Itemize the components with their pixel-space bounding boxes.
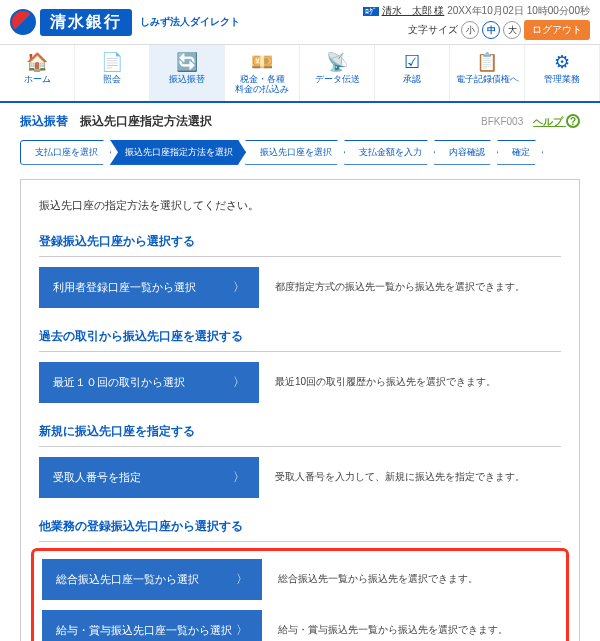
help-link[interactable]: ヘルプ ? bbox=[533, 114, 580, 129]
chevron-right-icon: 〉 bbox=[233, 279, 245, 296]
nav-item-3[interactable]: 💴税金・各種 料金の払込み bbox=[225, 45, 300, 101]
user-name-link[interactable]: 清水 太郎 様 bbox=[382, 5, 445, 16]
font-size-medium[interactable]: 中 bbox=[482, 21, 500, 39]
logout-button[interactable]: ログアウト bbox=[524, 20, 590, 40]
step-3: 支払金額を入力 bbox=[344, 140, 435, 165]
step-0: 支払口座を選択 bbox=[20, 140, 111, 165]
button-label: 給与・賞与振込先口座一覧から選択 bbox=[56, 623, 232, 638]
nav-label: 照会 bbox=[77, 75, 147, 85]
nav-item-7[interactable]: ⚙管理業務 bbox=[525, 45, 600, 101]
nav-icon: 📄 bbox=[77, 51, 147, 73]
nav-item-0[interactable]: 🏠ホーム bbox=[0, 45, 75, 101]
option-desc: 給与・賞与振込先一覧から振込先を選択できます。 bbox=[278, 610, 558, 641]
nav-icon: 💴 bbox=[227, 51, 297, 73]
nav-item-2[interactable]: 🔄振込振替 bbox=[150, 45, 225, 101]
screen-id: BFKF003 bbox=[481, 116, 523, 127]
service-subtitle: しみず法人ダイレクト bbox=[140, 15, 240, 29]
button-label: 最近１０回の取引から選択 bbox=[53, 375, 185, 390]
option-desc: 受取人番号を入力して、新規に振込先を指定できます。 bbox=[275, 457, 561, 498]
chevron-right-icon: 〉 bbox=[236, 622, 248, 639]
nav-label: ホーム bbox=[2, 75, 72, 85]
font-size-label: 文字サイズ bbox=[408, 23, 458, 37]
page-title: 振込先口座指定方法選択 bbox=[80, 113, 212, 130]
step-4: 内容確認 bbox=[434, 140, 498, 165]
nav-icon: 📋 bbox=[452, 51, 522, 73]
nav-icon: 🏠 bbox=[2, 51, 72, 73]
option-row: 給与・賞与振込先口座一覧から選択〉給与・賞与振込先一覧から振込先を選択できます。 bbox=[42, 610, 558, 641]
login-badge: ﾛｸﾞ bbox=[363, 7, 379, 16]
font-size-large[interactable]: 大 bbox=[503, 21, 521, 39]
option-button-2-0[interactable]: 受取人番号を指定〉 bbox=[39, 457, 259, 498]
nav-label: データ伝送 bbox=[302, 75, 372, 85]
step-indicator: 支払口座を選択振込先口座指定方法を選択振込先口座を選択支払金額を入力内容確認確定 bbox=[0, 140, 600, 179]
option-row: 利用者登録口座一覧から選択〉都度指定方式の振込先一覧から振込先を選択できます。 bbox=[39, 267, 561, 308]
chevron-right-icon: 〉 bbox=[236, 571, 248, 588]
timestamp: 20XX年10月02日 10時00分00秒 bbox=[447, 5, 590, 16]
button-label: 総合振込先口座一覧から選択 bbox=[56, 572, 199, 587]
step-1: 振込先口座指定方法を選択 bbox=[110, 140, 246, 165]
nav-label: 承認 bbox=[377, 75, 447, 85]
step-5: 確定 bbox=[497, 140, 543, 165]
nav-item-1[interactable]: 📄照会 bbox=[75, 45, 150, 101]
chevron-right-icon: 〉 bbox=[233, 469, 245, 486]
option-button-3-1[interactable]: 給与・賞与振込先口座一覧から選択〉 bbox=[42, 610, 262, 641]
main-nav: 🏠ホーム📄照会🔄振込振替💴税金・各種 料金の払込み📡データ伝送☑承認📋電子記録債… bbox=[0, 44, 600, 103]
section-head: 登録振込先口座から選択する bbox=[39, 233, 561, 257]
option-button-3-0[interactable]: 総合振込先口座一覧から選択〉 bbox=[42, 559, 262, 600]
option-row: 受取人番号を指定〉受取人番号を入力して、新規に振込先を指定できます。 bbox=[39, 457, 561, 498]
nav-icon: 📡 bbox=[302, 51, 372, 73]
chevron-right-icon: 〉 bbox=[233, 374, 245, 391]
nav-label: 電子記録債権へ bbox=[452, 75, 522, 85]
nav-icon: ⚙ bbox=[527, 51, 597, 73]
breadcrumb-category: 振込振替 bbox=[20, 113, 68, 130]
intro-text: 振込先口座の指定方法を選択してください。 bbox=[39, 198, 561, 213]
nav-item-5[interactable]: ☑承認 bbox=[375, 45, 450, 101]
bank-name: 清水銀行 bbox=[40, 9, 132, 36]
nav-label: 振込振替 bbox=[152, 75, 222, 85]
highlight-box: 総合振込先口座一覧から選択〉総合振込先一覧から振込先を選択できます。給与・賞与振… bbox=[31, 548, 569, 641]
logo-mark-icon bbox=[10, 9, 36, 35]
section-head: 他業務の登録振込先口座から選択する bbox=[39, 518, 561, 542]
option-row: 総合振込先口座一覧から選択〉総合振込先一覧から振込先を選択できます。 bbox=[42, 559, 558, 600]
section-head: 過去の取引から振込先口座を選択する bbox=[39, 328, 561, 352]
logo: 清水銀行 しみず法人ダイレクト bbox=[10, 9, 240, 36]
option-desc: 総合振込先一覧から振込先を選択できます。 bbox=[278, 559, 558, 600]
section-head: 新規に振込先口座を指定する bbox=[39, 423, 561, 447]
option-desc: 最近10回の取引履歴から振込先を選択できます。 bbox=[275, 362, 561, 403]
option-button-1-0[interactable]: 最近１０回の取引から選択〉 bbox=[39, 362, 259, 403]
option-desc: 都度指定方式の振込先一覧から振込先を選択できます。 bbox=[275, 267, 561, 308]
font-size-small[interactable]: 小 bbox=[461, 21, 479, 39]
nav-item-6[interactable]: 📋電子記録債権へ bbox=[450, 45, 525, 101]
step-2: 振込先口座を選択 bbox=[245, 140, 345, 165]
nav-icon: 🔄 bbox=[152, 51, 222, 73]
nav-item-4[interactable]: 📡データ伝送 bbox=[300, 45, 375, 101]
nav-label: 管理業務 bbox=[527, 75, 597, 85]
nav-icon: ☑ bbox=[377, 51, 447, 73]
nav-label: 税金・各種 料金の払込み bbox=[227, 75, 297, 95]
help-icon: ? bbox=[566, 114, 580, 128]
option-button-0-0[interactable]: 利用者登録口座一覧から選択〉 bbox=[39, 267, 259, 308]
button-label: 受取人番号を指定 bbox=[53, 470, 141, 485]
button-label: 利用者登録口座一覧から選択 bbox=[53, 280, 196, 295]
option-row: 最近１０回の取引から選択〉最近10回の取引履歴から振込先を選択できます。 bbox=[39, 362, 561, 403]
